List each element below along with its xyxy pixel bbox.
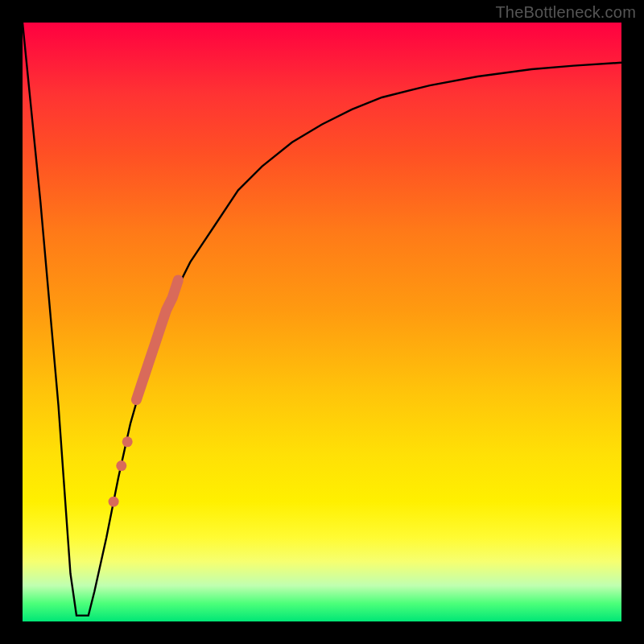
watermark-text: TheBottleneck.com — [495, 3, 636, 22]
highlight-dot — [122, 436, 133, 447]
plot-area — [23, 23, 621, 621]
chart-svg — [23, 23, 621, 621]
highlight-segment — [136, 280, 178, 400]
chart-frame: TheBottleneck.com — [0, 0, 644, 644]
bottleneck-curve — [23, 23, 621, 616]
highlight-dot — [109, 497, 119, 507]
highlight-dot — [116, 460, 126, 471]
